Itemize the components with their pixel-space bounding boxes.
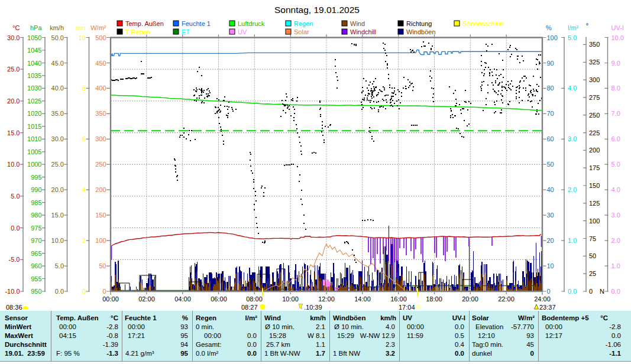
svg-text:100: 100 xyxy=(547,34,558,41)
svg-text:35.0: 35.0 xyxy=(51,110,64,117)
svg-text:10: 10 xyxy=(79,34,86,41)
svg-text:250: 250 xyxy=(95,161,106,168)
svg-text:25: 25 xyxy=(589,270,596,277)
svg-text:5.0: 5.0 xyxy=(55,262,64,269)
svg-text:20: 20 xyxy=(547,237,554,244)
svg-text:25.0: 25.0 xyxy=(7,66,20,73)
svg-text:W/m²: W/m² xyxy=(90,24,106,31)
svg-text:0: 0 xyxy=(547,288,551,295)
svg-text:990: 990 xyxy=(31,186,41,193)
svg-text:24:00: 24:00 xyxy=(534,295,551,303)
svg-text:0.0: 0.0 xyxy=(55,288,64,295)
svg-text:0.0: 0.0 xyxy=(568,288,577,295)
svg-text:Feuchte 1: Feuchte 1 xyxy=(182,20,211,27)
svg-text:N: N xyxy=(600,288,604,295)
svg-text:min: min xyxy=(75,24,86,31)
svg-text:4.0: 4.0 xyxy=(568,84,577,92)
svg-text:10.0: 10.0 xyxy=(611,34,624,41)
svg-text:980: 980 xyxy=(31,212,41,219)
svg-text:1035: 1035 xyxy=(27,72,41,79)
svg-text:°C: °C xyxy=(12,24,20,31)
svg-text:4.0: 4.0 xyxy=(611,186,620,193)
svg-text:1020: 1020 xyxy=(27,110,41,117)
svg-text:300: 300 xyxy=(95,135,106,142)
svg-text:16:00: 16:00 xyxy=(390,295,407,303)
svg-text:1.0: 1.0 xyxy=(611,262,620,269)
svg-text:50: 50 xyxy=(547,161,554,168)
svg-text:5.0: 5.0 xyxy=(568,34,577,41)
svg-text:50.0: 50.0 xyxy=(51,34,64,41)
svg-text:3.0: 3.0 xyxy=(611,212,620,219)
svg-text:17:04: 17:04 xyxy=(399,304,415,311)
svg-text:150: 150 xyxy=(589,182,600,189)
svg-text:hPa: hPa xyxy=(30,24,42,31)
svg-text:960: 960 xyxy=(31,262,41,269)
svg-text:100: 100 xyxy=(95,237,106,244)
svg-text:12:00: 12:00 xyxy=(318,295,335,303)
svg-text:30.0: 30.0 xyxy=(7,34,20,41)
svg-text:0.0: 0.0 xyxy=(611,288,620,295)
svg-text:ET: ET xyxy=(182,28,190,35)
svg-text:5.0: 5.0 xyxy=(611,161,620,168)
svg-text:.10:39: .10:39 xyxy=(304,304,322,311)
svg-text:975: 975 xyxy=(31,225,41,232)
svg-text:0: 0 xyxy=(82,288,86,295)
svg-text:8.0: 8.0 xyxy=(611,84,620,92)
svg-text:500: 500 xyxy=(95,34,106,41)
svg-text:6.0: 6.0 xyxy=(611,135,620,142)
svg-text:25.0: 25.0 xyxy=(51,161,64,168)
svg-text:23:37: 23:37 xyxy=(539,304,556,311)
svg-text:8: 8 xyxy=(82,84,86,92)
svg-text:0: 0 xyxy=(589,288,593,295)
svg-text:60: 60 xyxy=(547,135,554,142)
svg-text:4: 4 xyxy=(82,186,86,193)
svg-text:UV-I: UV-I xyxy=(611,24,624,31)
svg-text:300: 300 xyxy=(589,76,600,83)
svg-text:04:00: 04:00 xyxy=(174,295,191,303)
svg-text:45.0: 45.0 xyxy=(51,60,64,67)
svg-text:l/m²: l/m² xyxy=(568,24,579,31)
svg-text:0.0: 0.0 xyxy=(11,225,20,232)
svg-text:970: 970 xyxy=(31,237,41,244)
svg-text:125: 125 xyxy=(589,200,600,207)
svg-text:200: 200 xyxy=(95,186,106,193)
svg-text:00:00: 00:00 xyxy=(102,295,119,303)
svg-text:Windchill: Windchill xyxy=(350,28,376,35)
svg-text:km/h: km/h xyxy=(50,24,64,31)
svg-text:-5.0: -5.0 xyxy=(9,256,20,263)
svg-text:450: 450 xyxy=(95,60,106,67)
svg-text:1005: 1005 xyxy=(27,148,41,155)
svg-text:950: 950 xyxy=(31,288,41,295)
svg-text:15.0: 15.0 xyxy=(51,212,64,219)
svg-text:15.0: 15.0 xyxy=(7,129,20,136)
svg-text:Windböen: Windböen xyxy=(406,28,436,35)
svg-text:10.0: 10.0 xyxy=(7,161,20,168)
svg-text:Luftdruck: Luftdruck xyxy=(238,20,265,27)
svg-text:225: 225 xyxy=(589,129,600,136)
svg-text:50: 50 xyxy=(99,262,106,269)
svg-text:30: 30 xyxy=(547,212,554,219)
svg-text:250: 250 xyxy=(589,112,600,119)
svg-text:08:00: 08:00 xyxy=(246,295,263,303)
svg-text:1010: 1010 xyxy=(27,135,41,142)
svg-text:40: 40 xyxy=(547,186,554,193)
svg-text:1050: 1050 xyxy=(27,34,41,41)
svg-text:1000: 1000 xyxy=(27,161,41,168)
svg-text:175: 175 xyxy=(589,164,600,171)
svg-text:-10.0: -10.0 xyxy=(5,288,20,295)
svg-text:9.0: 9.0 xyxy=(611,60,620,67)
svg-text:2: 2 xyxy=(82,237,86,244)
svg-text:2.0: 2.0 xyxy=(568,186,577,193)
svg-text:1015: 1015 xyxy=(27,123,41,130)
svg-text:955: 955 xyxy=(31,275,41,282)
svg-text:90: 90 xyxy=(547,60,554,67)
svg-text:350: 350 xyxy=(589,41,600,48)
svg-text:1045: 1045 xyxy=(27,47,41,54)
svg-text:275: 275 xyxy=(589,94,600,101)
svg-text:08:36: 08:36 xyxy=(6,304,22,311)
svg-text:Sonnenschein: Sonnenschein xyxy=(462,20,504,27)
svg-text:30.0: 30.0 xyxy=(51,135,64,142)
svg-text:200: 200 xyxy=(589,147,600,154)
svg-text:0: 0 xyxy=(102,288,106,295)
svg-text:06:00: 06:00 xyxy=(211,295,227,303)
